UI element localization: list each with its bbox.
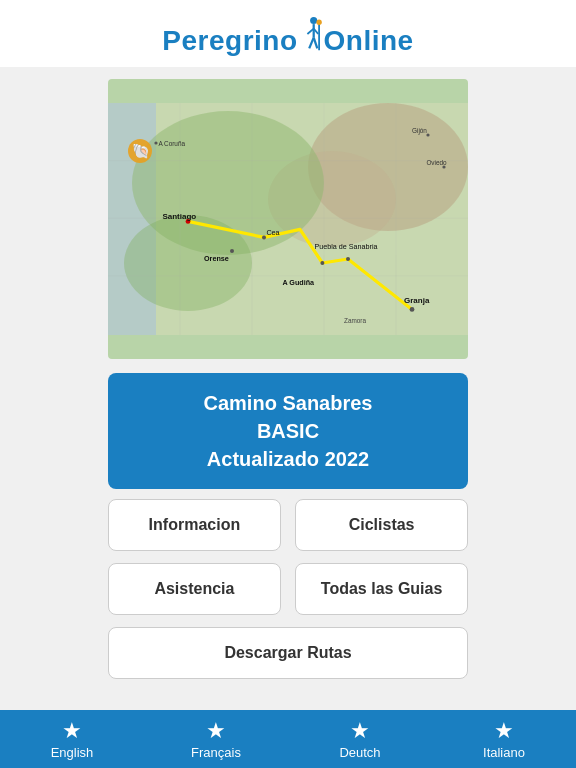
svg-text:Gijón: Gijón [412,127,427,135]
informacion-button[interactable]: Informacion [108,499,281,551]
asistencia-button[interactable]: Asistencia [108,563,281,615]
nav-italiano[interactable]: ★ Italiano [432,720,576,760]
nav-francais[interactable]: ★ Français [144,720,288,760]
svg-text:A Coruña: A Coruña [158,140,185,147]
page-wrapper: Peregrino Online [0,0,576,768]
banner-line1: Camino Sanabres [120,389,456,417]
route-map: A Coruña Gijón Oviedo Santiago Orense Ce… [108,79,468,359]
nav-italiano-label: Italiano [483,745,525,760]
svg-text:Cea: Cea [266,228,279,237]
nav-deutch[interactable]: ★ Deutch [288,720,432,760]
svg-line-4 [309,38,314,49]
nav-english[interactable]: ★ English [0,720,144,760]
info-banner: Camino Sanabres BASIC Actualizado 2022 [108,373,468,489]
svg-text:Zamora: Zamora [344,317,366,324]
banner-line3: Actualizado 2022 [120,445,456,473]
todas-guias-button[interactable]: Todas las Guias [295,563,468,615]
descargar-rutas-button[interactable]: Descargar Rutas [108,627,468,679]
svg-text:A Gudiña: A Gudiña [282,278,315,287]
svg-text:Santiago: Santiago [162,212,196,221]
logo: Peregrino Online [162,14,413,57]
bottom-nav: ★ English ★ Français ★ Deutch ★ Italiano [0,710,576,768]
logo-part2: Online [324,25,414,56]
buttons-area: Informacion Ciclistas Asistencia Todas l… [108,499,468,691]
logo-part1: Peregrino [162,25,297,56]
nav-english-label: English [51,745,94,760]
svg-text:Puebla de Sanabria: Puebla de Sanabria [314,242,377,251]
svg-point-29 [230,249,234,253]
map-container: A Coruña Gijón Oviedo Santiago Orense Ce… [108,79,468,359]
star-icon-francais: ★ [206,720,226,742]
svg-point-7 [316,20,321,25]
button-row-2: Asistencia Todas las Guias [108,563,468,615]
svg-point-31 [262,235,266,239]
svg-point-37 [410,307,415,312]
button-row-1: Informacion Ciclistas [108,499,468,551]
svg-text:Oviedo: Oviedo [426,159,447,166]
svg-point-35 [346,257,350,261]
banner-line2: BASIC [120,417,456,445]
svg-text:Granja: Granja [404,296,430,305]
svg-line-5 [313,38,317,49]
nav-deutch-label: Deutch [339,745,380,760]
pilgrim-icon [300,16,322,52]
svg-point-21 [154,141,157,144]
star-icon-english: ★ [62,720,82,742]
svg-text:🐚: 🐚 [132,142,150,160]
svg-text:Orense: Orense [204,254,229,263]
nav-francais-label: Français [191,745,241,760]
header: Peregrino Online [0,0,576,67]
star-icon-deutch: ★ [350,720,370,742]
svg-point-33 [320,261,324,265]
svg-point-0 [310,17,317,24]
ciclistas-button[interactable]: Ciclistas [295,499,468,551]
star-icon-italiano: ★ [494,720,514,742]
